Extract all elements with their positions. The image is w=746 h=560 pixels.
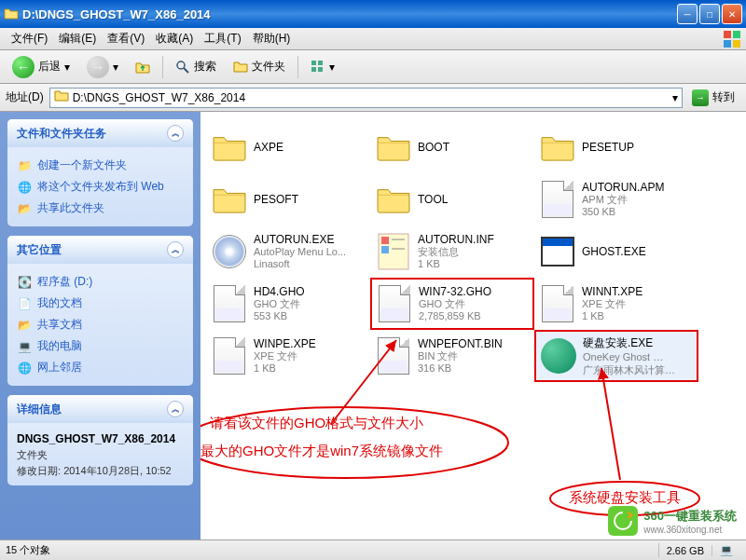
- folder-window-icon: [4, 7, 19, 21]
- file-icon: [540, 337, 577, 375]
- file-item[interactable]: BOOT: [370, 121, 534, 173]
- menu-favorites[interactable]: 收藏(A): [150, 29, 199, 48]
- file-icon: [211, 181, 248, 218]
- file-icon: [376, 285, 413, 322]
- menu-tools[interactable]: 工具(T): [199, 29, 246, 48]
- views-button[interactable]: ▾: [304, 55, 341, 79]
- folders-button[interactable]: 文件夹: [227, 54, 292, 79]
- menu-edit[interactable]: 编辑(E): [53, 29, 102, 48]
- file-info: WINPE.XPEXPE 文件1 KB: [254, 337, 366, 375]
- file-icon: [375, 181, 412, 218]
- file-icon: [539, 129, 576, 166]
- svg-rect-2: [724, 40, 731, 48]
- detail-type: 文件夹: [17, 447, 184, 463]
- menu-file[interactable]: 文件(F): [6, 29, 53, 48]
- task-share-folder[interactable]: 📂共享此文件夹: [17, 198, 184, 219]
- file-info: AUTORUN.EXEAutoPlay Menu Lo...Linasoft: [254, 233, 366, 270]
- address-label: 地址(D): [6, 89, 44, 105]
- panel-header-tasks[interactable]: 文件和文件夹任务 ︽: [7, 119, 193, 147]
- menu-view[interactable]: 查看(V): [102, 29, 150, 48]
- file-info: HD4.GHOGHO 文件553 KB: [254, 285, 366, 322]
- detail-modified-label: 修改日期:: [17, 465, 61, 476]
- watermark-title: 360一键重装系统: [643, 509, 737, 523]
- panel-title: 其它位置: [17, 242, 62, 258]
- file-info: WNPEFONT.BINBIN 文件316 KB: [418, 337, 530, 375]
- annotation-text-1: 请看该文件的GHO格式与文件大小: [210, 415, 423, 432]
- titlebar: D:\DNGS_GHOST_W7_X86_2014 ─ □ ✕: [0, 0, 746, 28]
- svg-rect-7: [318, 61, 323, 65]
- svg-point-15: [200, 407, 508, 478]
- svg-rect-11: [381, 237, 389, 244]
- file-item[interactable]: WNPEFONT.BINBIN 文件316 KB: [370, 330, 534, 382]
- watermark-url: www.360xitong.net: [643, 525, 737, 535]
- minimize-button[interactable]: ─: [677, 4, 698, 24]
- panel-other-places: 其它位置 ︽ 💽程序盘 (D:) 📄我的文档 📂共享文档 💻我的电脑 🌐网上邻居: [7, 236, 193, 386]
- computer-icon: 💻: [720, 544, 733, 556]
- panel-title: 详细信息: [17, 402, 62, 417]
- back-label: 后退: [38, 59, 61, 75]
- forward-arrow-icon: →: [87, 56, 109, 78]
- task-create-folder[interactable]: 📁创建一个新文件夹: [17, 155, 184, 176]
- window-title: D:\DNGS_GHOST_W7_X86_2014: [22, 7, 677, 21]
- panel-file-tasks: 文件和文件夹任务 ︽ 📁创建一个新文件夹 🌐将这个文件夹发布到 Web 📂共享此…: [7, 119, 193, 226]
- file-item[interactable]: 硬盘安装.EXEOneKey Ghost …广东雨林木风计算…: [534, 330, 698, 382]
- file-item[interactable]: WINPE.XPEXPE 文件1 KB: [206, 330, 370, 382]
- file-item[interactable]: AUTORUN.APMAPM 文件350 KB: [534, 173, 698, 225]
- annotation-text-2: 最大的GHO文件才是win7系统镜像文件: [200, 443, 443, 460]
- search-button[interactable]: 搜索: [169, 54, 223, 79]
- panel-header-places[interactable]: 其它位置 ︽: [7, 236, 193, 264]
- file-item[interactable]: AUTORUN.INF安装信息1 KB: [370, 225, 534, 278]
- globe-icon: 🌐: [17, 180, 32, 195]
- up-button[interactable]: [129, 55, 157, 79]
- network-icon: 🌐: [17, 361, 32, 376]
- views-icon: [311, 60, 325, 75]
- file-item[interactable]: WIN7-32.GHOGHO 文件2,785,859 KB: [370, 278, 534, 330]
- svg-rect-12: [381, 246, 389, 253]
- file-icon: [375, 337, 412, 375]
- file-info: PESETUP: [582, 141, 694, 154]
- chevron-up-icon: ︽: [167, 241, 184, 258]
- panel-header-details[interactable]: 详细信息 ︽: [7, 395, 193, 423]
- file-item[interactable]: PESETUP: [534, 121, 698, 173]
- detail-modified-value: 2014年10月28日, 10:52: [63, 465, 172, 476]
- watermark-icon: [608, 506, 638, 536]
- file-pane[interactable]: AXPEBOOTPESETUPPESOFTTOOLAUTORUN.APMAPM …: [200, 112, 746, 540]
- back-button[interactable]: ← 后退 ▾: [6, 51, 76, 83]
- file-info: 硬盘安装.EXEOneKey Ghost …广东雨林木风计算…: [583, 335, 693, 376]
- search-icon: [175, 60, 190, 75]
- forward-button[interactable]: → ▾: [80, 51, 125, 83]
- chevron-down-icon[interactable]: ▾: [672, 91, 678, 104]
- maximize-button[interactable]: □: [699, 4, 720, 24]
- place-network[interactable]: 🌐网上邻居: [17, 357, 184, 378]
- detail-name: DNGS_GHOST_W7_X86_2014: [17, 430, 184, 447]
- file-item[interactable]: WINNT.XPEXPE 文件1 KB: [534, 278, 698, 330]
- back-arrow-icon: ←: [12, 56, 35, 78]
- place-my-computer[interactable]: 💻我的电脑: [17, 335, 184, 357]
- menubar: 文件(F) 编辑(E) 查看(V) 收藏(A) 工具(T) 帮助(H): [0, 28, 746, 50]
- panel-details: 详细信息 ︽ DNGS_GHOST_W7_X86_2014 文件夹 修改日期: …: [7, 395, 193, 485]
- svg-rect-9: [318, 67, 323, 72]
- close-button[interactable]: ✕: [722, 4, 742, 24]
- file-icon: [539, 181, 576, 218]
- task-publish-web[interactable]: 🌐将这个文件夹发布到 Web: [17, 176, 184, 198]
- file-item[interactable]: HD4.GHOGHO 文件553 KB: [206, 278, 370, 330]
- file-info: WIN7-32.GHOGHO 文件2,785,859 KB: [419, 285, 529, 322]
- menu-help[interactable]: 帮助(H): [247, 29, 297, 48]
- place-my-documents[interactable]: 📄我的文档: [17, 293, 184, 314]
- file-item[interactable]: PESOFT: [206, 173, 370, 225]
- file-icon: [211, 129, 248, 166]
- file-icon: [211, 233, 248, 270]
- address-input[interactable]: D:\DNGS_GHOST_W7_X86_2014 ▾: [49, 88, 683, 108]
- svg-line-5: [184, 68, 188, 73]
- svg-point-4: [177, 61, 185, 69]
- place-drive-d[interactable]: 💽程序盘 (D:): [17, 271, 184, 293]
- chevron-down-icon: ▾: [113, 61, 118, 74]
- file-icon: [211, 285, 248, 322]
- file-info: GHOST.EXE: [582, 245, 694, 258]
- file-item[interactable]: AUTORUN.EXEAutoPlay Menu Lo...Linasoft: [206, 225, 370, 278]
- file-item[interactable]: GHOST.EXE: [534, 225, 698, 278]
- file-item[interactable]: AXPE: [206, 121, 370, 173]
- file-item[interactable]: TOOL: [370, 173, 534, 225]
- goto-button[interactable]: → 转到: [686, 88, 740, 108]
- place-shared-documents[interactable]: 📂共享文档: [17, 314, 184, 335]
